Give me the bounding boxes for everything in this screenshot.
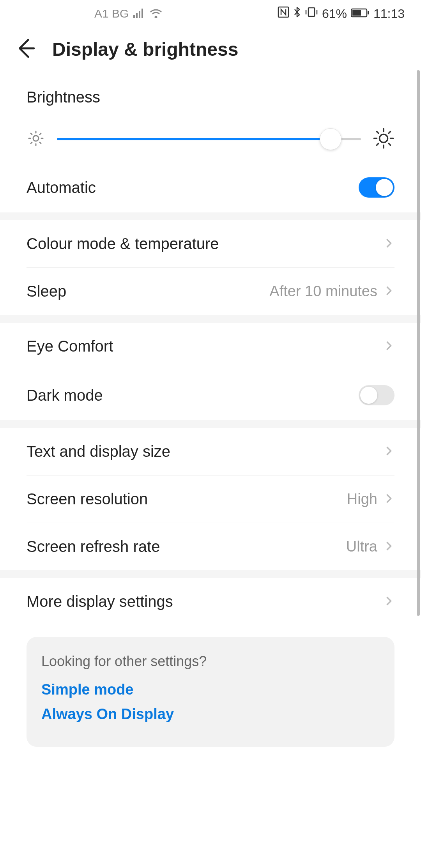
svg-line-17 xyxy=(31,133,32,134)
svg-line-26 xyxy=(377,132,379,134)
svg-line-28 xyxy=(377,143,379,145)
svg-line-29 xyxy=(389,132,391,134)
chevron-right-icon xyxy=(384,445,394,458)
brightness-slider[interactable] xyxy=(57,138,361,140)
resolution-label: Screen resolution xyxy=(27,490,148,508)
brightness-label: Brightness xyxy=(0,81,421,116)
back-arrow-icon[interactable] xyxy=(14,37,37,61)
vibrate-icon xyxy=(305,6,318,21)
signal-icon xyxy=(133,7,145,21)
svg-point-12 xyxy=(33,136,39,141)
svg-line-20 xyxy=(40,133,41,134)
nfc-icon xyxy=(278,6,289,21)
resolution-row[interactable]: Screen resolution High xyxy=(27,475,394,523)
chevron-right-icon xyxy=(384,238,394,250)
svg-rect-10 xyxy=(368,11,369,14)
svg-point-21 xyxy=(380,134,388,143)
simple-mode-link[interactable]: Simple mode xyxy=(41,681,380,698)
scrollbar[interactable] xyxy=(417,70,420,616)
svg-rect-0 xyxy=(133,15,135,18)
text-size-row[interactable]: Text and display size xyxy=(0,428,421,475)
svg-line-19 xyxy=(31,142,32,143)
dark-mode-toggle[interactable] xyxy=(359,385,394,405)
text-size-label: Text and display size xyxy=(27,443,170,460)
refresh-value: Ultra xyxy=(346,538,377,555)
colour-mode-row[interactable]: Colour mode & temperature xyxy=(0,220,421,267)
dark-mode-row: Dark mode xyxy=(27,370,394,420)
svg-line-27 xyxy=(389,143,391,145)
bluetooth-icon xyxy=(293,6,301,21)
resolution-value: High xyxy=(347,491,377,507)
chevron-right-icon xyxy=(384,285,394,298)
eye-comfort-row[interactable]: Eye Comfort xyxy=(0,323,421,370)
automatic-row: Automatic xyxy=(0,163,421,212)
refresh-label: Screen refresh rate xyxy=(27,538,160,555)
brightness-low-icon xyxy=(27,129,45,149)
always-on-display-link[interactable]: Always On Display xyxy=(41,706,380,723)
svg-rect-1 xyxy=(136,13,138,18)
chevron-right-icon xyxy=(384,340,394,353)
svg-rect-2 xyxy=(139,11,140,18)
status-bar: A1 BG 61% 11:13 xyxy=(0,0,421,27)
more-display-row[interactable]: More display settings xyxy=(0,578,421,625)
page-title: Display & brightness xyxy=(52,39,238,60)
svg-rect-9 xyxy=(352,10,361,16)
eye-comfort-label: Eye Comfort xyxy=(27,338,113,355)
brightness-thumb[interactable] xyxy=(320,128,341,150)
sleep-label: Sleep xyxy=(27,283,66,300)
brightness-high-icon xyxy=(373,127,394,151)
header: Display & brightness xyxy=(0,27,421,81)
chevron-right-icon xyxy=(384,541,394,553)
other-settings-title: Looking for other settings? xyxy=(41,653,380,670)
automatic-label: Automatic xyxy=(27,179,96,196)
brightness-section: Brightness Automatic xyxy=(0,81,421,212)
chevron-right-icon xyxy=(384,493,394,506)
clock: 11:13 xyxy=(373,7,405,21)
battery-percent: 61% xyxy=(322,7,347,21)
svg-rect-5 xyxy=(308,8,315,16)
refresh-row[interactable]: Screen refresh rate Ultra xyxy=(27,523,394,570)
svg-line-18 xyxy=(40,142,41,143)
carrier-label: A1 BG xyxy=(94,7,129,20)
other-settings-box: Looking for other settings? Simple mode … xyxy=(27,637,394,747)
svg-rect-3 xyxy=(142,9,143,18)
battery-icon xyxy=(351,7,370,21)
sleep-row[interactable]: Sleep After 10 minutes xyxy=(27,267,394,315)
chevron-right-icon xyxy=(384,596,394,608)
automatic-toggle[interactable] xyxy=(359,177,394,198)
sleep-value: After 10 minutes xyxy=(269,283,377,300)
colour-mode-label: Colour mode & temperature xyxy=(27,235,219,253)
dark-mode-label: Dark mode xyxy=(27,387,103,404)
more-display-label: More display settings xyxy=(27,593,173,610)
wifi-icon xyxy=(150,7,162,21)
